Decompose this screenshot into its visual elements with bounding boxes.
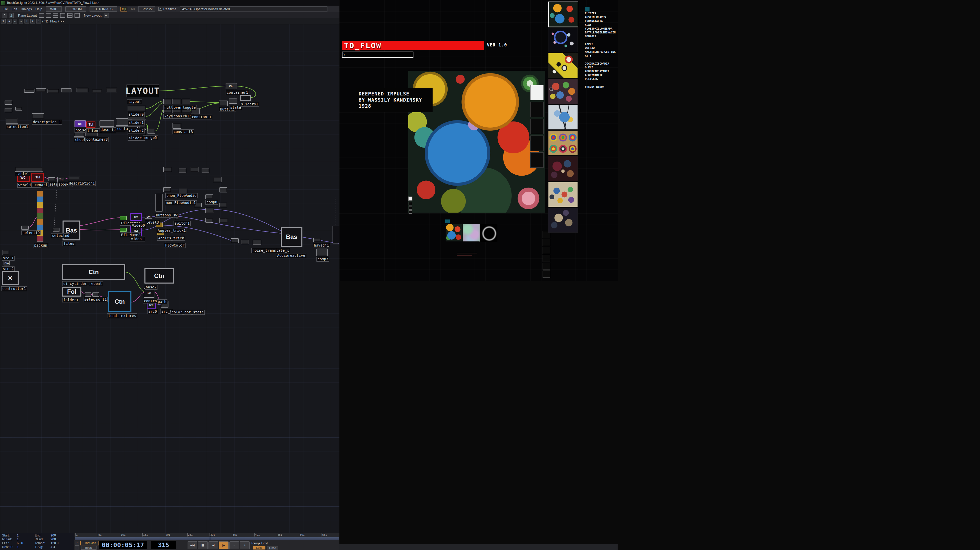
menu-file[interactable]: File bbox=[3, 7, 8, 11]
td-node[interactable]: Ctn bbox=[226, 83, 237, 89]
jump-start-button[interactable]: ◀◀ bbox=[188, 541, 197, 549]
timeline-playhead[interactable] bbox=[210, 533, 210, 540]
td-node[interactable] bbox=[313, 238, 321, 242]
td-node[interactable] bbox=[61, 88, 72, 92]
td-node[interactable]: Ctn bbox=[145, 268, 174, 283]
td-node[interactable] bbox=[202, 168, 209, 173]
td-node[interactable] bbox=[220, 188, 227, 192]
forward-icon[interactable]: → bbox=[19, 19, 23, 24]
td-node[interactable] bbox=[156, 194, 162, 211]
td-node[interactable] bbox=[220, 218, 228, 223]
once-button[interactable]: Once bbox=[267, 546, 278, 550]
realtime-checkbox[interactable]: ✕ bbox=[159, 7, 162, 11]
trending-item[interactable]: MASTERCHEFARGENTINA bbox=[585, 50, 617, 54]
trending-item[interactable]: PELICANS bbox=[585, 77, 617, 81]
step-back-button[interactable]: ◀ bbox=[208, 541, 218, 549]
td-node[interactable]: Lvl bbox=[145, 215, 152, 219]
td-node[interactable] bbox=[182, 99, 190, 104]
timeline-slider[interactable] bbox=[75, 537, 339, 540]
td-node[interactable] bbox=[213, 177, 222, 182]
td-node[interactable] bbox=[32, 113, 44, 119]
td-node[interactable]: Ctn bbox=[108, 291, 131, 312]
right-mini-cell[interactable] bbox=[542, 262, 550, 270]
wiki-button[interactable]: WIKI bbox=[46, 6, 62, 12]
td-node[interactable]: ✕ bbox=[2, 271, 19, 285]
pane-expand-icon[interactable]: ⌃ bbox=[2, 13, 7, 18]
td-node[interactable] bbox=[120, 228, 127, 232]
td-node[interactable] bbox=[53, 228, 59, 232]
back-icon[interactable]: ← bbox=[13, 19, 18, 24]
td-node[interactable] bbox=[205, 194, 213, 199]
td-node[interactable] bbox=[21, 226, 29, 230]
tutorials-button[interactable]: TUTORIALS bbox=[89, 6, 117, 12]
swatch-item[interactable] bbox=[530, 153, 544, 168]
td-node[interactable]: Fol bbox=[62, 287, 81, 297]
td-node[interactable]: Noi bbox=[75, 121, 86, 127]
menu-help[interactable]: Help bbox=[35, 7, 42, 11]
td-network[interactable]: selection1description_1Noinoise1Tbllaten… bbox=[0, 24, 339, 533]
td-node[interactable] bbox=[317, 249, 328, 256]
td-node[interactable]: Ctn bbox=[62, 264, 125, 280]
swatch-item[interactable] bbox=[530, 119, 544, 134]
timecode-mode-button[interactable]: TimeCode bbox=[80, 541, 99, 545]
td-node[interactable] bbox=[15, 167, 43, 172]
td-node[interactable] bbox=[106, 88, 117, 92]
td-node[interactable] bbox=[92, 89, 102, 93]
play-button[interactable]: ▶ bbox=[219, 541, 229, 549]
td-node[interactable] bbox=[120, 216, 127, 220]
td-node[interactable] bbox=[24, 89, 35, 93]
td-node[interactable] bbox=[5, 108, 12, 112]
layout-single-icon[interactable] bbox=[39, 13, 44, 17]
right-mini-cell[interactable] bbox=[542, 255, 550, 262]
bookmark-icon[interactable]: ★ bbox=[30, 19, 35, 24]
td-node[interactable] bbox=[163, 167, 172, 172]
left-marker-2[interactable] bbox=[409, 206, 412, 210]
td-node[interactable]: MvI bbox=[130, 213, 142, 221]
swatch-item[interactable] bbox=[530, 102, 544, 117]
timeline-ruler[interactable]: 151101151201251301351401451501551 bbox=[75, 533, 339, 537]
pane-type-icon[interactable]: ▼ bbox=[1, 19, 6, 24]
td-node[interactable] bbox=[231, 238, 239, 243]
tdflow-prompt-input[interactable] bbox=[342, 52, 414, 58]
td-node[interactable] bbox=[172, 99, 181, 104]
network-path[interactable]: / TD_Flow / >> bbox=[42, 19, 64, 23]
td-node[interactable] bbox=[220, 203, 227, 207]
trending-item[interactable]: AEWDYNAMITE bbox=[585, 73, 617, 77]
forum-button[interactable]: FORUM bbox=[65, 6, 86, 12]
trending-item[interactable]: AUSTIN REAVES bbox=[585, 15, 617, 19]
gallery-thumbnail[interactable] bbox=[548, 208, 578, 233]
td-node[interactable]: Ctn bbox=[3, 261, 10, 265]
td-node[interactable] bbox=[3, 250, 9, 255]
td-node[interactable] bbox=[163, 188, 171, 192]
td-node[interactable] bbox=[205, 208, 214, 213]
thumb-flowmap[interactable] bbox=[463, 224, 480, 242]
gallery-thumbnail[interactable] bbox=[548, 2, 578, 27]
td-node[interactable] bbox=[36, 88, 46, 92]
td-node[interactable]: Tbl bbox=[32, 173, 44, 182]
td-node[interactable] bbox=[15, 107, 22, 111]
trending-item[interactable]: BATALLADEELIMINACIN bbox=[585, 31, 617, 35]
trending-item[interactable]: ATTY bbox=[585, 54, 617, 58]
td-node[interactable] bbox=[48, 177, 55, 181]
gallery-thumbnail[interactable] bbox=[548, 130, 578, 156]
gallery-thumbnail[interactable] bbox=[548, 156, 578, 181]
td-node[interactable] bbox=[253, 240, 261, 245]
td-node[interactable] bbox=[240, 95, 251, 101]
layout-quad-icon[interactable] bbox=[67, 13, 73, 17]
right-mini-cell[interactable] bbox=[542, 239, 550, 246]
new-layout-add-icon[interactable]: + bbox=[103, 13, 108, 18]
td-node[interactable] bbox=[172, 123, 181, 129]
td-node[interactable] bbox=[6, 118, 18, 124]
td-node[interactable] bbox=[5, 100, 12, 105]
td-node[interactable] bbox=[85, 292, 91, 297]
oi-toggle[interactable]: O|I bbox=[121, 6, 127, 11]
td-node[interactable] bbox=[127, 106, 146, 111]
layout-three-icon[interactable] bbox=[60, 13, 65, 17]
td-node[interactable] bbox=[68, 176, 80, 180]
search-icon[interactable] bbox=[549, 87, 553, 91]
layout-grid-icon[interactable] bbox=[75, 13, 80, 17]
pause-button[interactable]: ▮▮ bbox=[198, 541, 208, 549]
increment-button[interactable]: + bbox=[240, 541, 250, 549]
pane-stop-icon[interactable]: ■ bbox=[7, 19, 11, 24]
trending-item[interactable]: FREDDY BINON bbox=[585, 85, 617, 89]
